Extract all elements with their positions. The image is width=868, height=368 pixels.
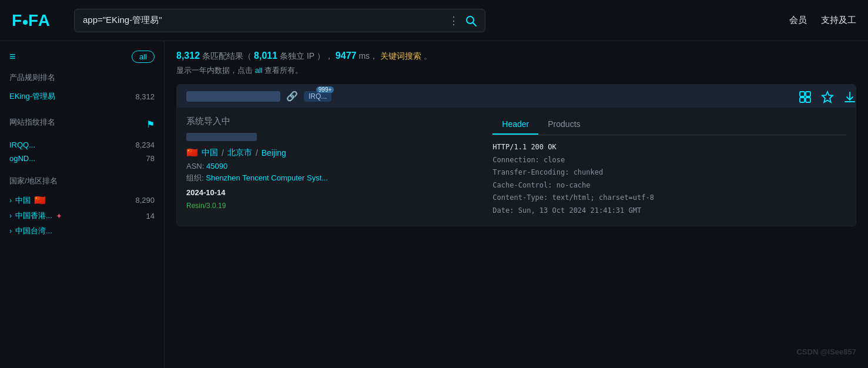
org-value[interactable]: Shenzhen Tencent Computer Syst... — [206, 173, 328, 182]
svg-rect-2 — [800, 92, 805, 96]
sidebar-item-ognd[interactable]: ogND... 78 — [9, 152, 155, 165]
sidebar-item-china[interactable]: › 中国 🇨🇳 8,290 — [9, 192, 155, 208]
download-icon[interactable] — [843, 91, 856, 106]
ms-count: 9477 — [336, 51, 357, 61]
sidebar-item-irqq-count: 8,234 — [135, 140, 155, 149]
ip-count-text: 条独立 IP ）， — [280, 51, 333, 62]
sidebar-product-section: 产品规则排名 EKing-管理易 8,312 — [9, 72, 155, 104]
header-content: HTTP/1.1 200 OK Connection: close Transf… — [492, 141, 846, 218]
watermark: CSDN @iSee857 — [796, 347, 856, 356]
china-label: 中国 — [15, 195, 31, 206]
result-count-text: 条匹配结果（ — [202, 51, 252, 62]
country-rank-title: 国家/地区排名 — [9, 176, 155, 186]
all-badge[interactable]: all — [132, 51, 155, 63]
keyword-search-link[interactable]: 关键词搜索 — [380, 51, 421, 62]
country-link[interactable]: 中国 — [202, 148, 218, 158]
transfer-line: Transfer-Encoding: chunked — [492, 166, 846, 179]
bookmark-star-icon[interactable] — [821, 91, 834, 106]
chain-icon: 🔗 — [286, 91, 298, 102]
result-ip-blur — [186, 133, 257, 141]
china-count: 8,290 — [135, 196, 155, 205]
app-header: FFA ⋮ 会员 支持及工 — [0, 0, 868, 41]
sidebar-item-eking[interactable]: EKing-管理易 8,312 — [9, 89, 155, 104]
logo-dot — [23, 20, 28, 25]
date-value: 2024-10-14 — [186, 188, 481, 197]
note-all-link[interactable]: all — [255, 66, 263, 75]
sidebar-item-taiwan[interactable]: › 中国台湾... — [9, 223, 155, 239]
keyword-suffix: 。 — [424, 51, 432, 62]
logo: FFA — [12, 11, 65, 30]
sidebar-item-eking-count: 8,312 — [135, 92, 155, 101]
asn-value[interactable]: 45090 — [206, 162, 227, 170]
country-flag-icon: 🇨🇳 — [186, 147, 198, 158]
result-note: 显示一年内数据，点击 all 查看所有。 — [176, 65, 856, 76]
china-flag: 🇨🇳 — [34, 195, 46, 206]
sidebar-item-ognd-count: 78 — [146, 154, 155, 163]
content-toolbar — [799, 91, 856, 106]
tech-tag: Resin/3.0.19 — [186, 202, 226, 210]
ms-text: ms， — [358, 51, 378, 62]
fingerprint-rank-title: 网站指纹排名 — [9, 117, 55, 128]
result-card-header: 🔗 999+ IRQ... — [177, 85, 856, 108]
tag-count-badge: 999+ — [316, 86, 334, 93]
tab-header[interactable]: Header — [492, 116, 538, 135]
tab-products[interactable]: Products — [538, 116, 589, 135]
sidebar: ≡ all 产品规则排名 EKing-管理易 8,312 网站指纹排名 ⚑ IR… — [0, 41, 165, 368]
search-input[interactable] — [83, 15, 443, 25]
tag-label: IRQ... — [309, 92, 327, 101]
connection-line: Connection: close — [492, 154, 846, 167]
hongkong-label: 中国香港... — [15, 210, 52, 221]
sidebar-item-irqq[interactable]: IRQQ... 8,234 — [9, 138, 155, 152]
nav-member[interactable]: 会员 — [789, 15, 807, 26]
result-count: 8,312 — [176, 51, 200, 61]
hongkong-arrow-icon: › — [9, 212, 12, 220]
china-arrow-icon: › — [9, 196, 12, 205]
note-suffix: 查看所有。 — [264, 66, 303, 75]
search-bar[interactable]: ⋮ — [74, 9, 485, 32]
city2-link[interactable]: Beijing — [262, 148, 286, 158]
svg-line-1 — [473, 23, 476, 26]
search-icon — [465, 15, 477, 26]
grid-view-icon[interactable] — [799, 91, 812, 106]
main-content: 8,312 条匹配结果（ 8,011 条独立 IP ）， 9477 ms， 关键… — [165, 41, 868, 368]
hongkong-flag: ✦ — [56, 212, 62, 220]
nav-support[interactable]: 支持及工 — [821, 15, 856, 26]
asn-label: ASN: — [186, 162, 204, 170]
svg-marker-6 — [822, 92, 833, 102]
date-line: Date: Sun, 13 Oct 2024 21:41:31 GMT — [492, 205, 846, 218]
taiwan-label: 中国台湾... — [15, 226, 52, 236]
result-card-body: 系统导入中 🇨🇳 中国 / 北京市 / Beijing ASN: 45090 — [177, 108, 856, 226]
taiwan-arrow-icon: › — [9, 227, 12, 235]
svg-rect-4 — [800, 98, 805, 102]
search-button[interactable] — [465, 15, 477, 26]
result-info: 系统导入中 🇨🇳 中国 / 北京市 / Beijing ASN: 45090 — [186, 116, 481, 218]
main-layout: ≡ all 产品规则排名 EKing-管理易 8,312 网站指纹排名 ⚑ IR… — [0, 41, 868, 368]
cache-control-line: Cache-Control: no-cache — [492, 179, 846, 192]
org-label: 组织: — [186, 173, 204, 182]
city1-link[interactable]: 北京市 — [227, 148, 252, 158]
hongkong-count: 14 — [146, 212, 155, 220]
fingerprint-filter-icon[interactable]: ⚑ — [146, 119, 155, 130]
filter-icon[interactable]: ≡ — [9, 51, 16, 63]
irq-tag-badge[interactable]: 999+ IRQ... — [304, 91, 331, 102]
svg-point-0 — [467, 16, 474, 24]
sidebar-country-section: 国家/地区排名 › 中国 🇨🇳 8,290 › 中国香港... ✦ 14 › 中… — [9, 176, 155, 239]
sidebar-item-eking-label: EKing-管理易 — [9, 91, 55, 102]
result-title: 系统导入中 — [186, 116, 481, 127]
sidebar-fingerprint-section: 网站指纹排名 ⚑ IRQQ... 8,234 ogND... 78 — [9, 115, 155, 165]
sidebar-item-hongkong[interactable]: › 中国香港... ✦ 14 — [9, 208, 155, 223]
location-row: 🇨🇳 中国 / 北京市 / Beijing — [186, 147, 481, 158]
nav-links: 会员 支持及工 — [789, 15, 856, 26]
location-divider: / — [222, 148, 224, 158]
search-options-icon[interactable]: ⋮ — [448, 14, 459, 27]
tabs-row: Header Products — [492, 116, 846, 135]
org-row: 组织: Shenzhen Tencent Computer Syst... — [186, 173, 481, 183]
logo-text: FFA — [12, 11, 51, 30]
content-type-line: Content-Type: text/html; charset=utf-8 — [492, 192, 846, 205]
result-card: 🔗 999+ IRQ... 系统导入中 🇨🇳 中国 / 北京市 — [176, 84, 856, 226]
svg-rect-5 — [806, 98, 810, 102]
result-details: Header Products HTTP/1.1 200 OK Connecti… — [492, 116, 846, 218]
fingerprint-section-header: 网站指纹排名 ⚑ — [9, 115, 155, 133]
svg-rect-3 — [806, 92, 810, 96]
ip-blurred — [186, 91, 280, 102]
